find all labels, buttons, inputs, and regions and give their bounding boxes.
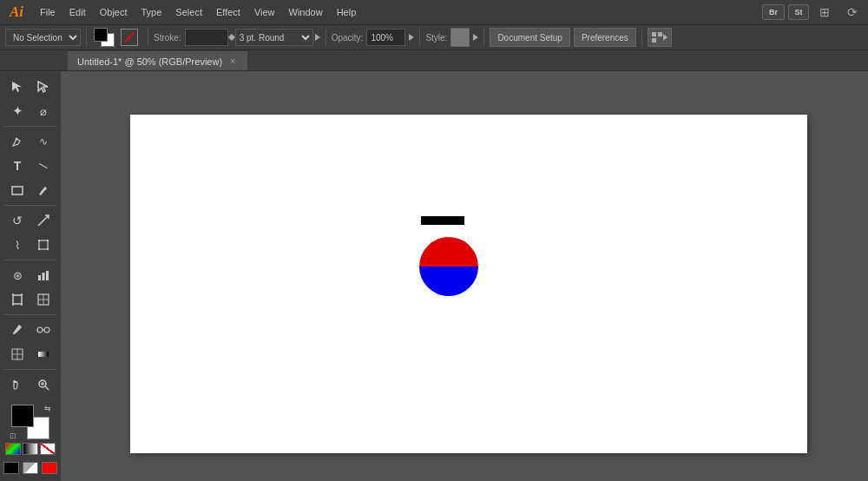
artboard-tool[interactable] [5,288,30,311]
color-mode-row [5,443,56,455]
slice-tool[interactable] [31,288,56,311]
svg-rect-5 [39,240,48,249]
opacity-label: Opacity: [332,33,364,43]
opacity-input[interactable] [366,29,405,46]
line-tool[interactable]: \ [31,155,56,177]
symbol-sprayer-tool[interactable]: ⊛ [5,264,30,287]
stroke-label: Stroke: [154,33,181,43]
toolbar-divider-2 [148,29,148,46]
menu-effect[interactable]: Effect [209,0,247,24]
canvas-circle[interactable] [419,237,478,296]
menu-icons: Br St ⊞ ⟳ [762,0,865,24]
toolbar-divider-3 [326,29,326,46]
main-layout: ✦ ⌀ ∿ T \ [0,71,868,481]
tab-untitled[interactable]: Untitled-1* @ 50% (RGB/Preview) × [68,51,247,70]
svg-rect-12 [46,271,49,280]
tool-row-rotate: ↺ [0,208,61,233]
layout-icon[interactable]: ⊞ [812,0,837,24]
graph-tool[interactable] [31,264,56,287]
eyedropper-tool[interactable] [5,319,30,341]
style-expand-arrow[interactable] [473,34,478,41]
canvas-area [61,71,868,481]
color-fill-icon[interactable] [3,462,19,474]
menu-bar: Ai File Edit Object Type Select Effect V… [0,0,868,24]
stroke-input[interactable] [185,29,228,46]
tool-row-warp: ⌇ [0,233,61,257]
warp-tool[interactable]: ⌇ [5,234,30,256]
tool-row-artboard [0,287,61,312]
circle-top-half [419,237,478,267]
tool-row-eyedropper [0,318,61,342]
bottom-icon-row [3,462,57,474]
svg-rect-2 [652,38,656,43]
stroke-type-dropdown[interactable]: 3 pt. Round [235,29,313,46]
artboard [130,115,807,453]
rectangle-tool[interactable] [5,179,30,201]
lasso-tool[interactable]: ⌀ [31,100,56,122]
mesh-tool[interactable] [5,343,30,366]
special-fill-icon[interactable] [42,462,57,474]
sync-icon[interactable]: ⟳ [840,0,865,24]
type-tool[interactable]: T [5,155,30,177]
arrange-dropdown-arrow[interactable] [663,34,667,41]
zoom-tool[interactable] [31,373,56,396]
toolbar-divider-1 [86,29,87,46]
selection-dropdown[interactable]: No Selection [5,29,81,46]
svg-rect-1 [658,32,662,36]
svg-rect-4 [12,187,23,194]
menu-object[interactable]: Object [93,0,135,24]
tab-title: Untitled-1* @ 50% (RGB/Preview) [77,56,222,67]
stock-icon[interactable]: St [788,4,809,20]
style-swatch[interactable] [450,28,470,47]
stroke-expand-arrow[interactable] [315,34,320,41]
foreground-color-swatch[interactable] [92,26,116,49]
svg-rect-11 [43,273,45,280]
gradient-tool[interactable] [31,343,56,366]
stroke-down-arrow[interactable] [228,37,235,41]
circle-bottom-half [419,267,478,296]
menu-select[interactable]: Select [168,0,209,24]
toolbar: No Selection Stroke: 3 pt. Round Opacity… [0,24,868,50]
tool-sep-3 [4,260,56,260]
pen-tool[interactable] [5,130,30,153]
fg-bg-colors: ⇆ ⊡ [11,405,49,439]
preferences-button[interactable]: Preferences [574,28,636,47]
magic-wand-tool[interactable]: ✦ [5,100,30,122]
none-fill-icon[interactable] [23,462,38,474]
curvature-tool[interactable]: ∿ [31,130,56,153]
svg-line-29 [45,386,49,390]
tab-close-button[interactable]: × [227,56,238,67]
canvas-rectangle[interactable] [421,216,464,225]
color-mode-button[interactable] [5,443,21,455]
selection-tool[interactable] [5,76,30,98]
svg-rect-10 [38,275,41,280]
menu-edit[interactable]: Edit [62,0,93,24]
scale-tool[interactable] [31,209,56,232]
foreground-color-box[interactable] [11,405,34,427]
none-mode-button[interactable] [40,443,56,455]
direct-selection-tool[interactable] [31,76,56,98]
tool-sep-2 [4,205,56,206]
gradient-mode-button[interactable] [23,443,38,455]
swap-colors-icon[interactable]: ⇆ [44,404,51,412]
tool-row-pen: ∿ [0,129,61,154]
arrange-button[interactable] [648,28,672,47]
rotate-tool[interactable]: ↺ [5,209,30,232]
menu-file[interactable]: File [33,0,62,24]
tool-row-magic: ✦ ⌀ [0,99,61,123]
doc-setup-button[interactable]: Document Setup [490,28,570,47]
stroke-icon[interactable] [120,28,142,47]
menu-window[interactable]: Window [282,0,330,24]
bridge-icon[interactable]: Br [762,4,785,20]
hand-tool[interactable] [5,373,30,396]
paintbrush-tool[interactable] [31,179,56,201]
opacity-expand-arrow[interactable] [409,34,414,41]
reset-colors-icon[interactable]: ⊡ [10,432,16,440]
menu-view[interactable]: View [247,0,282,24]
tool-row-selection [0,75,61,99]
blend-tool[interactable] [31,319,56,341]
free-transform-tool[interactable] [31,234,56,256]
tab-bar: Untitled-1* @ 50% (RGB/Preview) × [0,50,868,71]
menu-type[interactable]: Type [135,0,169,24]
menu-help[interactable]: Help [330,0,364,24]
